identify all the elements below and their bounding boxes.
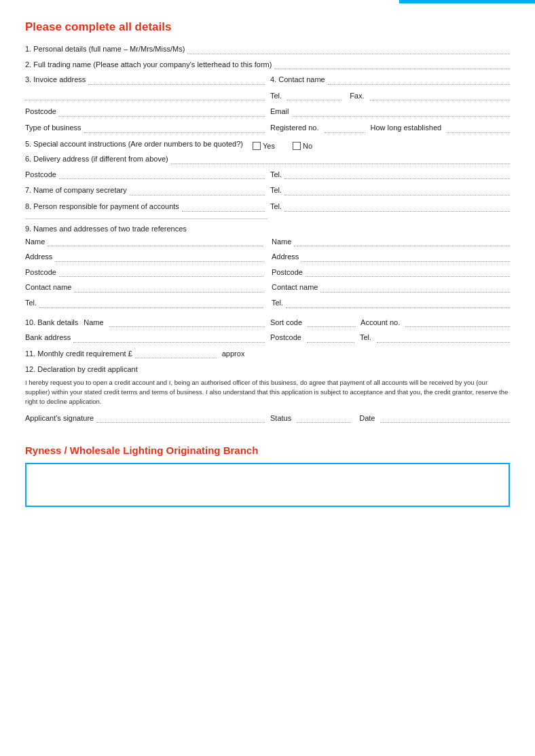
status-label: Status — [270, 413, 291, 425]
bank-tel-label: Tel. — [360, 332, 371, 344]
field2-input[interactable] — [274, 69, 510, 69]
bank-name-input[interactable] — [109, 326, 265, 327]
name-input-right[interactable] — [294, 246, 510, 246]
name-label-right: Name — [272, 236, 291, 248]
status-date-col: Status Date — [270, 413, 510, 425]
how-long-input[interactable] — [447, 132, 510, 133]
address2-input[interactable] — [25, 100, 265, 100]
bank-row2: Bank address Postcode Tel. — [25, 332, 510, 344]
contact-name-input-right[interactable] — [320, 292, 510, 292]
email-col: Email — [270, 106, 510, 118]
type-business-col: Type of business — [25, 122, 265, 134]
bank-postcode-input[interactable] — [307, 342, 354, 343]
checkbox-area: Yes No — [253, 142, 312, 150]
fax-input[interactable] — [370, 100, 510, 100]
bank-postcode-tel-col: Postcode Tel. — [270, 332, 510, 344]
field12-section: 12. Declaration by credit applicant I he… — [25, 364, 510, 407]
field7-input[interactable] — [130, 195, 265, 195]
bank-row1: 10. Bank details Name Sort code Account … — [25, 317, 510, 329]
no-checkbox[interactable] — [293, 142, 301, 150]
address-input-right[interactable] — [301, 261, 510, 262]
trade-ref-right: Name Address Postcode Contact name Tel. — [272, 236, 510, 313]
field6-input[interactable] — [171, 164, 510, 164]
page-title: Please complete all details — [25, 20, 510, 34]
delivery-postcode-tel-row: Postcode Tel. — [25, 169, 510, 181]
email-input[interactable] — [292, 116, 510, 117]
fax-label: Fax. — [350, 90, 364, 102]
field2-row: 2. Full trading name (Please attach your… — [25, 59, 510, 71]
name-input-left[interactable] — [48, 246, 263, 246]
tel-input[interactable] — [287, 100, 342, 100]
reg-howlong-col: Registered no. How long established — [270, 122, 510, 134]
branch-box[interactable] — [25, 463, 510, 507]
monthly-credit-input[interactable] — [135, 358, 217, 358]
tel-input-left[interactable] — [39, 307, 263, 308]
sort-code-input[interactable] — [308, 326, 355, 327]
branch-title: Ryness / Wholesale Lighting Originating … — [25, 445, 510, 456]
date-label: Date — [359, 413, 375, 425]
field3-4-row: 3. Invoice address 4. Contact name — [25, 74, 510, 86]
contact-name-label-left: Contact name — [25, 282, 71, 294]
address-label-left: Address — [25, 251, 52, 263]
postcode-label-left: Postcode — [25, 267, 56, 279]
tel-label: Tel. — [270, 90, 282, 102]
registered-no-input[interactable] — [325, 132, 365, 133]
postcode-email-row: Postcode Email — [25, 106, 510, 118]
postcode-label-right: Postcode — [272, 267, 303, 279]
date-input[interactable] — [380, 422, 510, 423]
field1-row: 1. Personal details (full name – Mr/Mrs/… — [25, 43, 510, 56]
postcode-col: Postcode — [25, 106, 265, 118]
field4-label: 4. Contact name — [270, 74, 325, 86]
field4-input[interactable] — [328, 84, 510, 85]
field7-tel-input[interactable] — [284, 195, 510, 195]
field7-label: 7. Name of company secretary — [25, 185, 127, 197]
field8-tel-input[interactable] — [284, 211, 510, 212]
status-input[interactable] — [297, 422, 351, 423]
field8-input[interactable] — [182, 211, 265, 212]
postcode-input-left[interactable] — [59, 276, 263, 277]
declaration-text: I hereby request you to open a credit ac… — [25, 378, 510, 407]
field1-input[interactable] — [187, 54, 510, 54]
bank-address-input[interactable] — [73, 342, 265, 343]
field3-col: 3. Invoice address — [25, 74, 265, 86]
delivery-postcode-input[interactable] — [59, 178, 265, 179]
applicant-signature-label: Applicant's signature — [25, 413, 94, 425]
name-row-left: Name — [25, 236, 263, 248]
address2-telfax-row: Tel. Fax. — [25, 90, 510, 102]
divider1 — [25, 219, 268, 219]
field4-col: 4. Contact name — [270, 74, 510, 86]
field7-row: 7. Name of company secretary Tel. — [25, 185, 510, 197]
signature-input[interactable] — [96, 422, 265, 423]
postcode-input-right[interactable] — [306, 276, 510, 277]
contact-name-row-left: Contact name — [25, 282, 263, 294]
type-business-label: Type of business — [25, 122, 81, 134]
field7-tel-col: Tel. — [270, 185, 510, 197]
contact-name-label-right: Contact name — [272, 282, 318, 294]
field3-input[interactable] — [88, 84, 265, 85]
yes-checkbox[interactable] — [253, 142, 261, 150]
field11-row: 11. Monthly credit requirement £ approx — [25, 348, 510, 360]
tel-input-right[interactable] — [286, 307, 510, 308]
delivery-tel-input[interactable] — [284, 178, 510, 179]
postcode-row-left: Postcode — [25, 267, 263, 279]
bank-address-label: Bank address — [25, 332, 71, 344]
contact-name-input-left[interactable] — [74, 292, 263, 292]
account-no-input[interactable] — [405, 326, 510, 327]
bank-name-label: Name — [84, 317, 103, 329]
signature-col: Applicant's signature — [25, 413, 265, 425]
bank-tel-input[interactable] — [377, 342, 510, 343]
contact-name-row-right: Contact name — [272, 282, 510, 294]
field6-row: 6. Delivery address (if different from a… — [25, 153, 510, 166]
field5-row: 5. Special account instructions (Are ord… — [25, 138, 510, 151]
address-input-left[interactable] — [55, 261, 263, 262]
sort-code-label: Sort code — [270, 317, 302, 329]
bank-address-col: Bank address — [25, 332, 265, 344]
field5-label: 5. Special account instructions (Are ord… — [25, 138, 243, 151]
top-bar — [399, 0, 535, 3]
field8-label: 8. Person responsible for payment of acc… — [25, 201, 179, 213]
postcode-input[interactable] — [59, 116, 265, 117]
field2-label: 2. Full trading name (Please attach your… — [25, 59, 272, 71]
registered-no-label: Registered no. — [270, 122, 319, 134]
type-business-input[interactable] — [84, 132, 265, 133]
field6-label: 6. Delivery address (if different from a… — [25, 153, 168, 166]
